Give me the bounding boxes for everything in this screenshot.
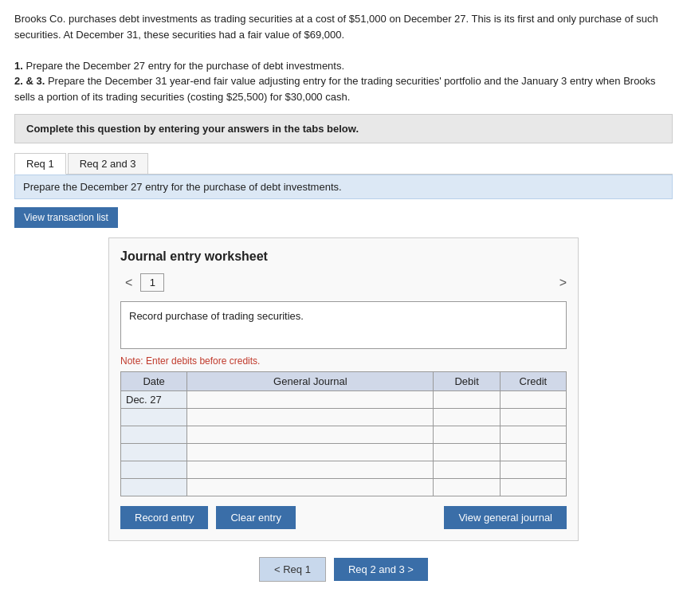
worksheet-title: Journal entry worksheet xyxy=(120,249,567,264)
general-journal-cell[interactable] xyxy=(187,426,434,444)
credit-input[interactable] xyxy=(505,429,561,441)
debit-cell[interactable] xyxy=(434,461,500,479)
date-cell xyxy=(121,409,187,426)
nav-row: < 1 > xyxy=(120,273,567,292)
view-general-journal-button[interactable]: View general journal xyxy=(444,506,567,529)
nav-right-arrow[interactable]: > xyxy=(559,276,567,290)
bottom-next-button[interactable]: Req 2 and 3 > xyxy=(334,558,428,581)
tab-req2and3[interactable]: Req 2 and 3 xyxy=(68,153,148,174)
journal-table: Date General Journal Debit Credit Dec. 2… xyxy=(120,371,567,496)
debit-input[interactable] xyxy=(438,446,494,458)
intro-text1: Prepare the December 27 entry for the pu… xyxy=(23,60,344,72)
credit-cell[interactable] xyxy=(500,461,566,479)
intro-label1: 1. xyxy=(14,60,23,72)
date-cell xyxy=(121,444,187,461)
col-credit: Credit xyxy=(500,372,566,391)
debit-input[interactable] xyxy=(438,411,494,423)
date-cell xyxy=(121,461,187,479)
debit-input[interactable] xyxy=(438,481,494,493)
note-text: Note: Enter debits before credits. xyxy=(120,355,567,367)
table-row xyxy=(121,479,567,496)
general-journal-cell[interactable] xyxy=(187,444,434,461)
description-box: Record purchase of trading securities. xyxy=(120,301,567,349)
req-description: Prepare the December 27 entry for the pu… xyxy=(14,175,673,199)
nav-number-box: 1 xyxy=(140,273,164,292)
view-transaction-button[interactable]: View transaction list xyxy=(14,207,118,228)
debit-cell[interactable] xyxy=(434,391,500,409)
table-row xyxy=(121,426,567,444)
tabs-row: Req 1 Req 2 and 3 xyxy=(14,153,673,175)
table-row xyxy=(121,409,567,426)
general-journal-input[interactable] xyxy=(192,446,428,458)
general-journal-input[interactable] xyxy=(192,464,428,476)
credit-input[interactable] xyxy=(505,411,561,423)
credit-input[interactable] xyxy=(505,464,561,476)
intro-text2: Prepare the December 31 year-end fair va… xyxy=(14,75,656,103)
credit-cell[interactable] xyxy=(500,409,566,426)
date-cell xyxy=(121,426,187,444)
worksheet-container: Journal entry worksheet < 1 > Record pur… xyxy=(108,237,579,541)
table-row xyxy=(121,444,567,461)
general-journal-input[interactable] xyxy=(192,411,428,423)
credit-input[interactable] xyxy=(505,394,561,406)
date-cell xyxy=(121,479,187,496)
credit-cell[interactable] xyxy=(500,479,566,496)
col-date: Date xyxy=(121,372,187,391)
nav-left-arrow[interactable]: < xyxy=(120,274,137,292)
bottom-nav: < Req 1 Req 2 and 3 > xyxy=(14,557,673,582)
complete-box-text: Complete this question by entering your … xyxy=(26,123,359,135)
debit-cell[interactable] xyxy=(434,444,500,461)
debit-input[interactable] xyxy=(438,464,494,476)
debit-input[interactable] xyxy=(438,394,494,406)
action-buttons: Record entry Clear entry View general jo… xyxy=(120,506,567,529)
intro-paragraph1: Brooks Co. purchases debt investments as… xyxy=(14,13,658,41)
table-row: Dec. 27 xyxy=(121,391,567,409)
clear-entry-button[interactable]: Clear entry xyxy=(216,506,296,529)
debit-cell[interactable] xyxy=(434,426,500,444)
debit-cell[interactable] xyxy=(434,409,500,426)
bottom-prev-button[interactable]: < Req 1 xyxy=(259,557,326,582)
record-entry-button[interactable]: Record entry xyxy=(120,506,208,529)
debit-cell[interactable] xyxy=(434,479,500,496)
col-debit: Debit xyxy=(434,372,500,391)
credit-input[interactable] xyxy=(505,481,561,493)
general-journal-input[interactable] xyxy=(192,394,428,406)
general-journal-cell[interactable] xyxy=(187,391,434,409)
credit-input[interactable] xyxy=(505,446,561,458)
general-journal-cell[interactable] xyxy=(187,479,434,496)
tab-req1[interactable]: Req 1 xyxy=(14,153,66,175)
intro-label2: 2. & 3. xyxy=(14,75,45,87)
credit-cell[interactable] xyxy=(500,444,566,461)
credit-cell[interactable] xyxy=(500,391,566,409)
debit-input[interactable] xyxy=(438,429,494,441)
general-journal-input[interactable] xyxy=(192,429,428,441)
general-journal-cell[interactable] xyxy=(187,461,434,479)
intro-text: Brooks Co. purchases debt investments as… xyxy=(14,11,673,104)
table-row xyxy=(121,461,567,479)
credit-cell[interactable] xyxy=(500,426,566,444)
general-journal-cell[interactable] xyxy=(187,409,434,426)
complete-box: Complete this question by entering your … xyxy=(14,114,673,143)
date-cell: Dec. 27 xyxy=(121,391,187,409)
general-journal-input[interactable] xyxy=(192,481,428,493)
col-general-journal: General Journal xyxy=(187,372,434,391)
